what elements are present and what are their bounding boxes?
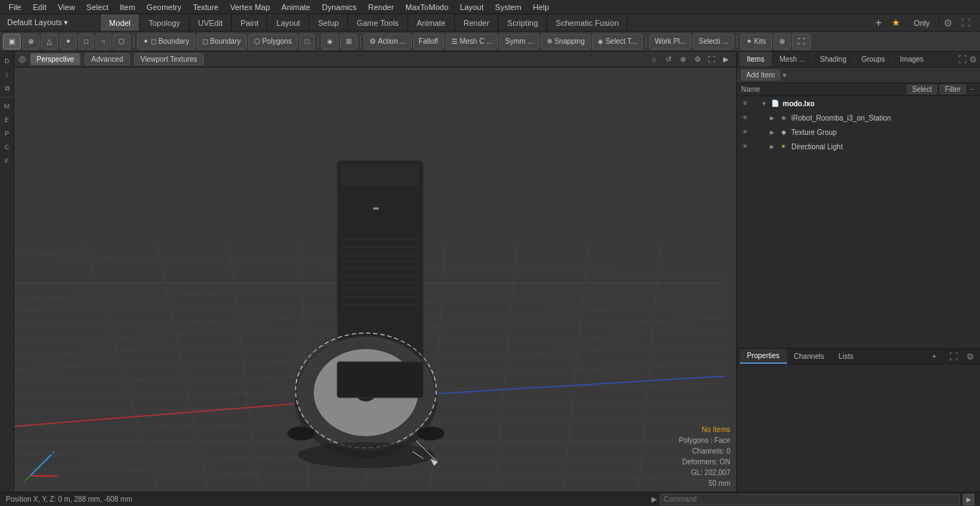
menu-select[interactable]: Select xyxy=(80,0,114,14)
rp-expand-icon[interactable]: ⛶ xyxy=(958,55,966,65)
menu-item[interactable]: Item xyxy=(114,0,141,14)
eye-icon[interactable]: 👁 xyxy=(740,127,750,137)
rp-tab-images[interactable]: Images xyxy=(893,52,932,67)
polygons-btn[interactable]: ⬡ Polygons xyxy=(248,34,298,50)
vp-more-icon[interactable]: ▶ xyxy=(720,54,732,65)
menu-render[interactable]: Render xyxy=(362,0,400,14)
menu-texture[interactable]: Texture xyxy=(187,0,225,14)
eye-icon[interactable]: 👁 xyxy=(740,141,750,151)
workplane-btn[interactable]: Work Pl... xyxy=(649,34,692,50)
kits-btn[interactable]: ✦ Kits xyxy=(740,34,772,50)
eye-icon[interactable]: 👁 xyxy=(740,98,750,108)
settings-icon[interactable]: ⚙ xyxy=(939,17,957,29)
select-col-btn[interactable]: Select xyxy=(907,85,937,94)
menu-view[interactable]: View xyxy=(52,0,81,14)
layout-tab-scripting[interactable]: Scripting xyxy=(499,14,547,31)
tool-triangle[interactable]: △ xyxy=(41,34,58,50)
vertices-btn[interactable]: ✦ ◻ Boundary xyxy=(137,34,195,50)
expand-icon[interactable]: ▶ xyxy=(770,129,776,136)
tool-grid[interactable]: ⊞ xyxy=(340,34,357,50)
symmetry-btn[interactable]: Symm ... xyxy=(499,34,539,50)
prop-tab-channels[interactable]: Channels xyxy=(787,349,831,364)
layout-tab-render[interactable]: Render xyxy=(455,14,499,31)
menu-file[interactable]: File xyxy=(3,0,27,14)
only-tab[interactable]: Only xyxy=(905,19,939,27)
add-layout-button[interactable]: + xyxy=(870,17,887,29)
layout-selector[interactable]: Default Layouts ▾ xyxy=(0,14,100,31)
vp-expand-icon[interactable]: ⛶ xyxy=(706,54,717,65)
menu-system[interactable]: System xyxy=(489,0,527,14)
sidebar-tool-poly[interactable]: P xyxy=(1,127,14,140)
vp-rotate-icon[interactable]: ↺ xyxy=(663,54,674,65)
snapping-btn[interactable]: ❄ Snapping xyxy=(541,34,590,50)
menu-help[interactable]: Help xyxy=(527,0,555,14)
prop-tab-lists[interactable]: Lists xyxy=(831,349,861,364)
mesh-btn[interactable]: ☰ Mesh C ... xyxy=(446,34,499,50)
add-icon-btn[interactable]: ⊕ xyxy=(773,34,791,50)
select-tool-btn[interactable]: ◈ Select T... xyxy=(592,34,643,50)
command-go-btn[interactable]: ▶ xyxy=(963,494,974,505)
layout-tab-layout[interactable]: Layout xyxy=(268,14,309,31)
tool-circle2[interactable]: ○ xyxy=(95,34,111,50)
selection-btn[interactable]: Selecti ... xyxy=(693,34,734,50)
rp-tab-shading[interactable]: Shading xyxy=(813,52,854,67)
menu-vertexmap[interactable]: Vertex Map xyxy=(225,0,276,14)
rp-tab-mesh[interactable]: Mesh ... xyxy=(772,52,813,67)
layout-tab-uvedit[interactable]: UVEdit xyxy=(189,14,232,31)
tool-icon-sq[interactable]: □ xyxy=(299,34,315,50)
col-minus-icon[interactable]: − xyxy=(969,85,976,93)
sidebar-tool-mesh[interactable]: M xyxy=(1,100,14,113)
prop-plus-btn[interactable]: + xyxy=(925,352,943,360)
expand-icon[interactable]: ▶ xyxy=(770,144,776,150)
perspective-tab[interactable]: Perspective xyxy=(30,53,80,65)
menu-maxtomodo[interactable]: MaxToModo xyxy=(400,0,454,14)
rp-tab-groups[interactable]: Groups xyxy=(854,52,893,67)
menu-geometry[interactable]: Geometry xyxy=(141,0,187,14)
command-arrow-icon[interactable]: ▶ xyxy=(651,495,657,503)
tool-circle[interactable]: ⊕ xyxy=(22,34,39,50)
command-input[interactable] xyxy=(660,494,960,505)
prop-expand-icon[interactable]: ⛶ xyxy=(946,352,961,362)
menu-layout[interactable]: Layout xyxy=(454,0,489,14)
layout-tab-topology[interactable]: Topology xyxy=(140,14,189,31)
layout-tab-gametools[interactable]: Game Tools xyxy=(348,14,408,31)
layout-tab-animate[interactable]: Animate xyxy=(408,14,455,31)
viewport-toggle[interactable] xyxy=(19,56,26,63)
rp-tab-items[interactable]: Items xyxy=(740,52,772,67)
expand-icon[interactable]: ▶ xyxy=(770,115,776,121)
menu-edit[interactable]: Edit xyxy=(27,0,52,14)
boundary-btn[interactable]: ◻ Boundary xyxy=(197,34,247,50)
vp-zoom-icon[interactable]: ⊕ xyxy=(677,54,689,65)
tool-diamond[interactable]: ◈ xyxy=(321,34,339,50)
star-button[interactable]: ★ xyxy=(887,17,905,28)
tool-square[interactable]: □ xyxy=(78,34,94,50)
tool-hex[interactable]: ⬡ xyxy=(113,34,131,50)
sidebar-tool-c[interactable]: C xyxy=(1,141,14,154)
layout-tab-schematic[interactable]: Schematic Fusion xyxy=(547,14,628,31)
dropdown-icon[interactable]: ▾ xyxy=(783,71,786,79)
rp-settings-icon[interactable]: ⚙ xyxy=(969,55,977,65)
action-btn[interactable]: ⚙ Action ... xyxy=(364,34,412,50)
layout-tab-setup[interactable]: Setup xyxy=(309,14,348,31)
viewport-canvas[interactable]: Y X Z No Items Polygons : Face Channels:… xyxy=(14,67,736,492)
vp-settings-icon[interactable]: ⚙ xyxy=(692,54,703,65)
eye-icon[interactable]: 👁 xyxy=(740,113,750,123)
maximize-icon[interactable]: ⛶ xyxy=(957,18,974,28)
expand-icon[interactable]: ▼ xyxy=(761,100,767,107)
tool-star[interactable]: ✦ xyxy=(60,34,77,50)
sidebar-tool-edit[interactable]: E xyxy=(1,113,14,126)
prop-settings-icon[interactable]: ⚙ xyxy=(963,352,977,362)
list-item[interactable]: 👁 ▶ ☀ Directional Light xyxy=(737,139,980,154)
list-item[interactable]: 👁 ▶ ◆ Texture Group xyxy=(737,125,980,139)
layout-tab-paint[interactable]: Paint xyxy=(232,14,268,31)
sidebar-tool-2[interactable]: ↕ xyxy=(1,68,14,81)
expand-icon-btn[interactable]: ⛶ xyxy=(792,34,811,50)
falloff-btn[interactable]: Falloff xyxy=(413,34,444,50)
vp-home-icon[interactable]: ⌂ xyxy=(649,54,660,65)
menu-animate[interactable]: Animate xyxy=(275,0,316,14)
menu-dynamics[interactable]: Dynamics xyxy=(316,0,362,14)
advanced-tab[interactable]: Advanced xyxy=(85,53,129,65)
list-item[interactable]: 👁 ▶ ◈ iRobot_Roomba_i3_on_Station xyxy=(737,111,980,125)
tool-select[interactable]: ▣ xyxy=(3,34,21,50)
add-item-btn[interactable]: Add Item xyxy=(741,70,780,80)
